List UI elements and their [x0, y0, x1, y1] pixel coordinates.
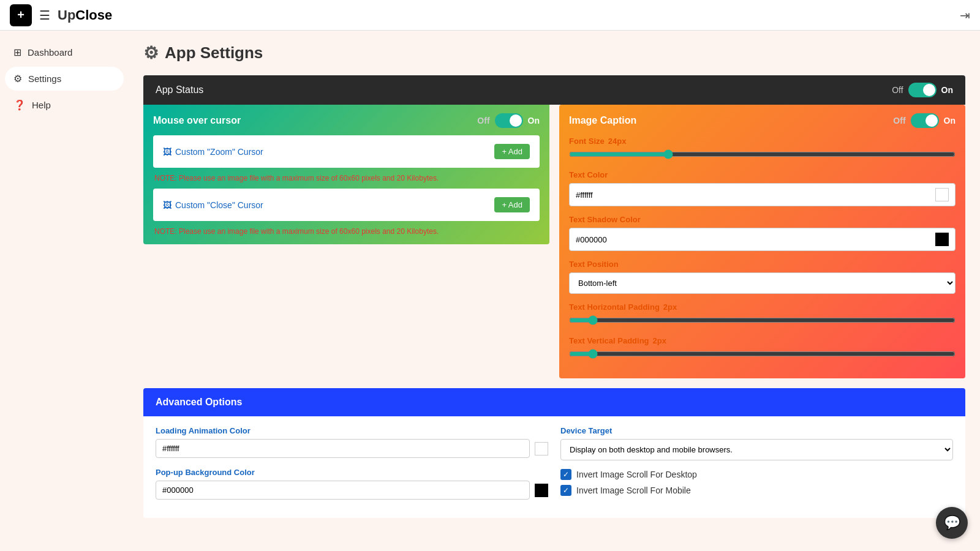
header: + ☰ UpClose ⇥ — [0, 0, 980, 31]
text-color-label: Text Color — [569, 170, 956, 179]
zoom-cursor-row: 🖼 Custom "Zoom" Cursor + Add — [163, 144, 530, 159]
close-cursor-label: 🖼 Custom "Close" Cursor — [163, 200, 263, 210]
h-padding-slider[interactable] — [569, 315, 956, 325]
dashboard-icon: ⊞ — [13, 47, 21, 58]
app-status-title: App Status — [156, 84, 203, 96]
sidebar-item-label: Help — [32, 100, 51, 110]
image-icon2: 🖼 — [163, 200, 172, 210]
chat-bubble[interactable]: 💬 — [936, 507, 968, 539]
close-cursor-note: NOTE: Please use an image file with a ma… — [153, 227, 540, 236]
h-padding-row: Text Horizontal Padding 2px — [569, 302, 956, 328]
font-size-slider[interactable] — [569, 149, 956, 159]
exit-icon[interactable]: ⇥ — [960, 8, 970, 23]
header-left: + ☰ UpClose — [10, 4, 112, 26]
loading-color-input-row — [156, 439, 548, 458]
mouse-cursor-off-label: Off — [477, 116, 489, 126]
advanced-options-bar: Advanced Options — [143, 388, 965, 416]
loading-color-swatch[interactable] — [535, 442, 548, 455]
invert-desktop-row[interactable]: ✓ Invert Image Scroll For Desktop — [560, 469, 953, 480]
settings-icon: ⚙ — [13, 73, 22, 84]
app-status-off-label: Off — [892, 85, 903, 95]
image-icon: 🖼 — [163, 147, 172, 157]
text-position-label: Text Position — [569, 260, 956, 269]
invert-mobile-label: Invert Image Scroll For Mobile — [576, 485, 691, 495]
text-shadow-swatch[interactable] — [935, 233, 949, 246]
v-padding-slider[interactable] — [569, 349, 956, 359]
advanced-left: Loading Animation Color Pop-up Backgroun… — [156, 426, 548, 508]
device-target-row: Device Target Display on both desktop an… — [560, 426, 953, 460]
invert-desktop-label: Invert Image Scroll For Desktop — [576, 470, 697, 479]
invert-desktop-checkbox[interactable]: ✓ — [560, 469, 571, 480]
sidebar-item-help[interactable]: ❓ Help — [5, 93, 124, 117]
image-caption-toggle-group: Off On — [893, 113, 956, 128]
loading-color-input[interactable] — [156, 439, 530, 458]
mouse-cursor-toggle[interactable] — [495, 113, 523, 128]
font-size-row: Font Size 24px — [569, 137, 956, 162]
loading-color-row: Loading Animation Color — [156, 426, 548, 458]
mouse-cursor-title: Mouse over cursor — [153, 115, 241, 126]
app-status-on-label: On — [941, 85, 953, 95]
text-color-input[interactable]: #ffffff — [569, 183, 956, 206]
image-caption-header: Image Caption Off On — [569, 113, 956, 128]
app-status-toggle[interactable] — [908, 83, 937, 97]
invert-mobile-checkbox[interactable]: ✓ — [560, 485, 571, 496]
image-caption-on-label: On — [944, 116, 956, 126]
content-area: ⚙ App Settigns App Status Off On Mouse o… — [129, 31, 980, 551]
text-shadow-input[interactable]: #000000 — [569, 228, 956, 251]
popup-bg-input-row — [156, 481, 548, 500]
image-caption-card-inner: Image Caption Off On Font Size 24px — [559, 105, 965, 378]
mouse-cursor-toggle-group: Off On — [477, 113, 540, 128]
text-shadow-row: Text Shadow Color #000000 — [569, 215, 956, 251]
app-status-bar: App Status Off On — [143, 75, 965, 105]
mouse-cursor-header: Mouse over cursor Off On — [153, 113, 540, 128]
close-cursor-card: 🖼 Custom "Close" Cursor + Add — [153, 189, 540, 221]
mouse-cursor-card-inner: Mouse over cursor Off On 🖼 Custom "Z — [143, 105, 549, 244]
chat-icon: 💬 — [944, 515, 960, 531]
text-position-select[interactable]: Bottom-left Bottom-right Top-left Top-ri… — [569, 272, 956, 294]
main-two-col: Mouse over cursor Off On 🖼 Custom "Z — [143, 105, 965, 378]
text-shadow-label: Text Shadow Color — [569, 215, 956, 224]
close-cursor-row: 🖼 Custom "Close" Cursor + Add — [163, 197, 530, 212]
zoom-cursor-label: 🖼 Custom "Zoom" Cursor — [163, 147, 263, 157]
text-position-row: Text Position Bottom-left Bottom-right T… — [569, 260, 956, 294]
popup-bg-input[interactable] — [156, 481, 530, 500]
loading-color-label: Loading Animation Color — [156, 426, 548, 435]
page-gear-icon: ⚙ — [143, 43, 159, 63]
image-caption-card: Image Caption Off On Font Size 24px — [559, 105, 965, 378]
sidebar-item-dashboard[interactable]: ⊞ Dashboard — [5, 40, 124, 64]
advanced-options-content: Loading Animation Color Pop-up Backgroun… — [143, 416, 965, 518]
popup-bg-swatch[interactable] — [535, 484, 548, 497]
sidebar-item-label: Dashboard — [28, 47, 72, 58]
app-status-toggle-group: Off On — [892, 83, 953, 97]
logo-icon: + — [10, 4, 32, 26]
mouse-cursor-card: Mouse over cursor Off On 🖼 Custom "Z — [143, 105, 549, 378]
image-caption-off-label: Off — [893, 116, 905, 126]
h-padding-label: Text Horizontal Padding 2px — [569, 302, 956, 312]
image-caption-toggle[interactable] — [911, 113, 939, 128]
logo-text: UpClose — [58, 7, 112, 23]
text-color-swatch[interactable] — [935, 188, 949, 201]
popup-bg-row: Pop-up Background Color — [156, 468, 548, 500]
sidebar: ⊞ Dashboard ⚙ Settings ❓ Help — [0, 31, 129, 551]
v-padding-row: Text Vertical Padding 2px — [569, 336, 956, 361]
zoom-cursor-note: NOTE: Please use an image file with a ma… — [153, 174, 540, 182]
sidebar-item-settings[interactable]: ⚙ Settings — [5, 67, 124, 91]
mouse-cursor-on-label: On — [528, 116, 540, 126]
advanced-right: Device Target Display on both desktop an… — [560, 426, 953, 508]
text-color-row: Text Color #ffffff — [569, 170, 956, 206]
font-size-label: Font Size 24px — [569, 137, 956, 146]
hamburger-menu[interactable]: ☰ — [39, 8, 50, 23]
help-icon: ❓ — [13, 99, 26, 111]
zoom-cursor-add-button[interactable]: + Add — [494, 144, 530, 159]
v-padding-label: Text Vertical Padding 2px — [569, 336, 956, 345]
sidebar-item-label: Settings — [28, 73, 61, 84]
device-target-label: Device Target — [560, 426, 953, 435]
invert-mobile-row[interactable]: ✓ Invert Image Scroll For Mobile — [560, 485, 953, 496]
main-layout: ⊞ Dashboard ⚙ Settings ❓ Help ⚙ App Sett… — [0, 31, 980, 551]
zoom-cursor-card: 🖼 Custom "Zoom" Cursor + Add — [153, 135, 540, 168]
device-target-select[interactable]: Display on both desktop and mobile brows… — [560, 439, 953, 460]
popup-bg-label: Pop-up Background Color — [156, 468, 548, 477]
page-title: ⚙ App Settigns — [143, 43, 965, 63]
image-caption-title: Image Caption — [569, 115, 636, 126]
close-cursor-add-button[interactable]: + Add — [494, 197, 530, 212]
